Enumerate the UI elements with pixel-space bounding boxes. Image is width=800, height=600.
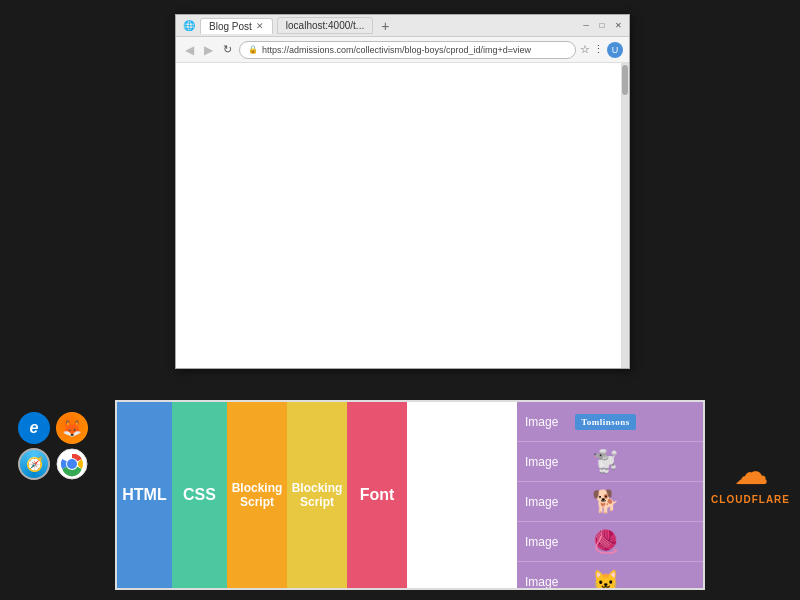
image-grid: Image Tomlinsons Image 🐩 Image 🐕 Image 🧶 [517,402,703,588]
settings-icon[interactable]: ⋮ [593,43,604,56]
safari-browser-icon: 🧭 [18,448,50,480]
firefox-browser-icon: 🦊 [56,412,88,444]
profile-icon[interactable]: U [607,42,623,58]
tab-close-button[interactable]: ✕ [256,21,264,31]
cloudflare-text: CLOUDFLARE [711,494,790,505]
firefox-label: 🦊 [62,419,82,438]
image-row-4: Image 🧶 [517,522,703,562]
scrollbar[interactable] [621,63,629,368]
browser-tab-inactive[interactable]: localhost:4000/t... [277,17,373,34]
blocking-script-1-label: BlockingScript [232,481,283,510]
image-label-3: Image [525,495,575,509]
blocking-script-1-column: BlockingScript [227,402,287,588]
image-row-5: Image 🐱 [517,562,703,590]
image-thumb-2: 🐩 [583,444,628,479]
blocking-script-2-column: BlockingScript [287,402,347,588]
ie-label: e [30,419,39,437]
cat-icon: 🐱 [592,569,619,591]
resource-panel: HTML CSS BlockingScript BlockingScript F… [115,400,705,590]
dog-icon: 🐕 [592,489,619,515]
yarn-icon: 🧶 [592,529,619,555]
forward-button[interactable]: ▶ [201,42,216,58]
browser-icons: e 🦊 🧭 ⬤ [18,412,88,480]
browser-window: 🌐 Blog Post ✕ localhost:4000/t... + ─ □ … [175,14,630,369]
image-row-3: Image 🐕 [517,482,703,522]
cloudflare-cloud-icon: ☁ [735,454,767,492]
poodle-icon: 🐩 [592,449,619,475]
star-icon[interactable]: ☆ [580,43,590,56]
browser-content [176,63,629,368]
address-bar[interactable]: 🔒 https://admissions.com/collectivism/bl… [239,41,576,59]
css-label: CSS [183,486,216,504]
browser-titlebar: 🌐 Blog Post ✕ localhost:4000/t... + ─ □ … [176,15,629,37]
ie-browser-icon: e [18,412,50,444]
scrollbar-thumb[interactable] [622,65,628,95]
chrome-svg [56,448,88,480]
safari-label: 🧭 [26,456,43,472]
restore-button[interactable]: □ [597,21,607,31]
browser-icon-row-1: e 🦊 [18,412,88,444]
html-label: HTML [122,486,166,504]
tomlinsons-logo: Tomlinsons [575,414,636,430]
browser-icon-row-2: 🧭 ⬤ [18,448,88,480]
blocking-script-2-label: BlockingScript [292,481,343,510]
minimize-button[interactable]: ─ [581,21,591,31]
image-thumb-3: 🐕 [583,484,628,519]
image-row-1: Image Tomlinsons [517,402,703,442]
back-button[interactable]: ◀ [182,42,197,58]
svg-point-2 [67,459,77,469]
tab-label-2: localhost:4000/t... [286,20,364,31]
close-button[interactable]: ✕ [613,21,623,31]
window-controls: ─ □ ✕ [581,21,623,31]
security-icon: 🔒 [248,45,258,54]
resource-columns: HTML CSS BlockingScript BlockingScript F… [117,402,517,588]
cloudflare-logo: ☁ CLOUDFLARE [711,454,790,505]
new-tab-button[interactable]: + [377,18,393,34]
browser-navbar: ◀ ▶ ↻ 🔒 https://admissions.com/collectiv… [176,37,629,63]
browser-favicon: 🌐 [182,19,196,33]
url-text: https://admissions.com/collectivism/blog… [262,45,531,55]
image-thumb-5: 🐱 [583,564,628,590]
image-label-5: Image [525,575,575,589]
html-column: HTML [117,402,172,588]
image-label-1: Image [525,415,575,429]
image-thumb-4: 🧶 [583,524,628,559]
image-label-4: Image [525,535,575,549]
font-column: Font [347,402,407,588]
tab-label: Blog Post [209,21,252,32]
image-label-2: Image [525,455,575,469]
image-thumb-1: Tomlinsons [583,404,628,439]
browser-tab-active[interactable]: Blog Post ✕ [200,18,273,34]
reload-button[interactable]: ↻ [220,42,235,57]
browser-actions: ☆ ⋮ U [580,42,623,58]
font-label: Font [360,486,395,504]
image-row-2: Image 🐩 [517,442,703,482]
chrome-browser-icon: ⬤ [56,448,88,480]
favicon-icon: 🌐 [183,20,195,31]
css-column: CSS [172,402,227,588]
